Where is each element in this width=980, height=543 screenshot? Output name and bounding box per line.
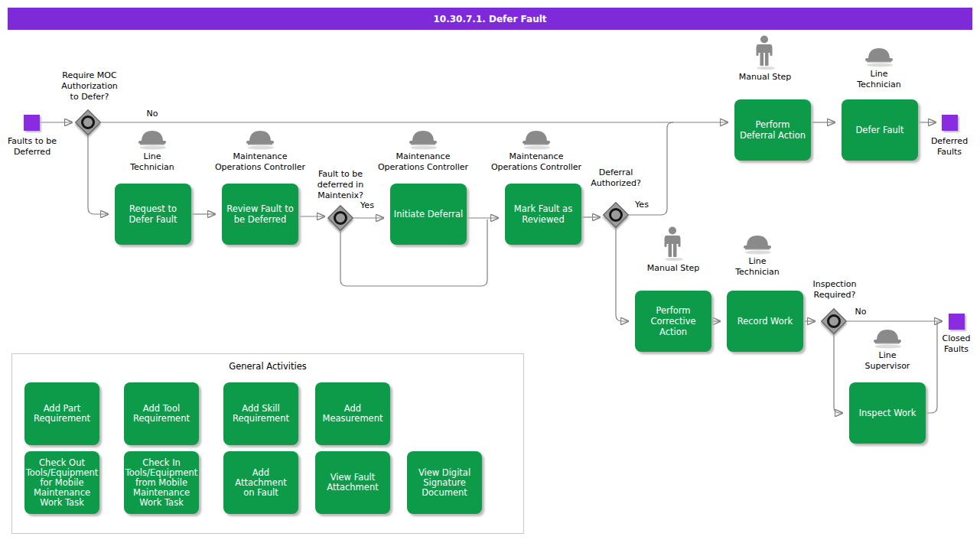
general-activities-title: General Activities (12, 361, 523, 372)
actor-maintenance-operations-controller: Maintenance Operations Controller (475, 127, 597, 173)
task-review-fault-to-be-deferred[interactable]: Review Fault to be Deferred (222, 184, 298, 245)
actor-line-supervisor: Line Supervisor (826, 326, 949, 372)
edge-label-no: No (849, 307, 872, 317)
question-require-moc: Require MOC Authorization to Defer? (44, 70, 135, 102)
actor-manual-step: Manual Step (704, 35, 826, 83)
activity-add-tool-requirement[interactable]: Add Tool Requirement (124, 382, 199, 445)
actor-label: Line Technician (857, 69, 900, 90)
activity-view-digital-signature-document[interactable]: View Digital Signature Document (407, 451, 482, 514)
activity-view-fault-attachment[interactable]: View Fault Attachment (315, 451, 390, 514)
hat-icon (519, 127, 554, 150)
actor-line-technician: Line Technician (818, 44, 940, 90)
gateway-deferral-authorized (607, 206, 625, 224)
actor-label: Line Supervisor (865, 350, 910, 372)
gateway-inspection-required (825, 312, 843, 330)
gateway-circle-icon (334, 211, 347, 225)
person-icon (660, 226, 686, 262)
task-request-to-defer-fault[interactable]: Request to Defer Fault (115, 184, 191, 245)
edge-label-no: No (141, 109, 164, 119)
gateway-fault-deferred-in-maintenix (331, 209, 350, 227)
actor-label: Manual Step (739, 72, 792, 83)
actor-label: Line Technician (130, 151, 174, 173)
start-event-faults-to-be-deferred[interactable] (24, 115, 40, 131)
actor-label: Manual Step (647, 263, 700, 274)
actor-label: Line Technician (735, 256, 779, 278)
actor-maintenance-operations-controller: Maintenance Operations Controller (199, 127, 321, 173)
activity-add-part-requirement[interactable]: Add Part Requirement (24, 382, 99, 445)
end-event-deferred-faults[interactable] (942, 115, 958, 131)
hat-icon (870, 326, 905, 349)
deferred-faults-label: Deferred Faults (911, 136, 980, 158)
activity-check-in-tools[interactable]: Check In Tools/Equipment from Mobile Mai… (124, 451, 199, 514)
actor-label: Maintenance Operations Controller (378, 151, 468, 173)
question-maintenix: Fault to be deferred in Maintenix? (295, 169, 386, 201)
activity-add-attachment-on-fault[interactable]: Add Attachment on Fault (223, 451, 298, 514)
general-activities-panel: General Activities Add Part Requirement … (11, 353, 524, 534)
edge-label-yes: Yes (356, 200, 379, 211)
hat-icon (740, 232, 775, 255)
task-record-work[interactable]: Record Work (727, 291, 803, 352)
task-initiate-deferral[interactable]: Initiate Deferral (390, 184, 467, 245)
task-defer-fault[interactable]: Defer Fault (842, 99, 918, 161)
process-diagram: 10.30.7.1. Defer Fault Faults to be Defe… (0, 0, 980, 543)
edge-label-yes: Yes (630, 200, 653, 210)
actor-label: Maintenance Operations Controller (215, 151, 305, 173)
actor-line-technician: Line Technician (91, 127, 213, 173)
gateway-circle-icon (81, 115, 95, 129)
gateway-circle-icon (827, 314, 841, 328)
gateway-circle-icon (609, 208, 623, 222)
task-perform-corrective-action[interactable]: Perform Corrective Action (635, 291, 711, 352)
end-event-closed-faults[interactable] (949, 314, 965, 330)
task-inspect-work[interactable]: Inspect Work (849, 382, 926, 444)
start-event-label: Faults to be Deferred (0, 136, 70, 158)
person-icon (752, 35, 778, 70)
hat-icon (135, 127, 170, 150)
gateway-require-moc-authorization (79, 113, 97, 132)
actor-line-technician: Line Technician (696, 232, 819, 278)
actor-maintenance-operations-controller: Maintenance Operations Controller (362, 127, 484, 173)
task-mark-fault-as-reviewed[interactable]: Mark Fault as Reviewed (505, 184, 581, 245)
activity-check-out-tools[interactable]: Check Out Tools/Equipment for Mobile Mai… (24, 451, 99, 514)
hat-icon (243, 127, 278, 150)
task-perform-deferral-action[interactable]: Perform Deferral Action (734, 99, 811, 161)
hat-icon (405, 127, 441, 150)
activity-add-measurement[interactable]: Add Measurement (315, 382, 390, 445)
activity-add-skill-requirement[interactable]: Add Skill Requirement (223, 382, 298, 445)
actor-label: Maintenance Operations Controller (491, 151, 581, 173)
hat-icon (861, 44, 897, 67)
